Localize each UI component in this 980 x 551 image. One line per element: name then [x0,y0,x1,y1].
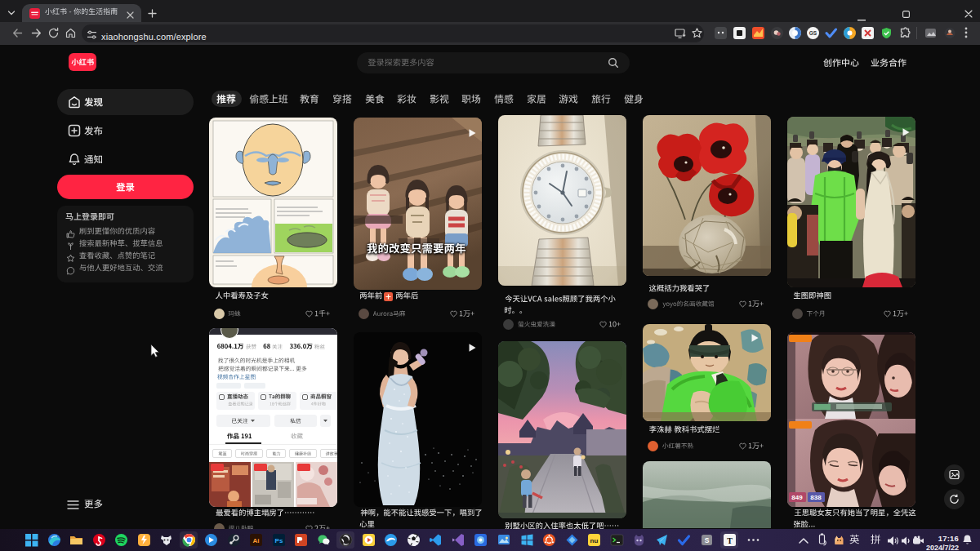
svg-text:838: 838 [810,494,822,501]
svg-text:nu: nu [590,537,599,544]
svg-text:S: S [705,536,710,544]
svg-text:GS: GS [809,30,817,36]
svg-text:T: T [727,536,733,545]
svg-text:Ps: Ps [275,537,283,544]
svg-text:849: 849 [791,494,803,501]
svg-text:Ai: Ai [253,537,260,544]
